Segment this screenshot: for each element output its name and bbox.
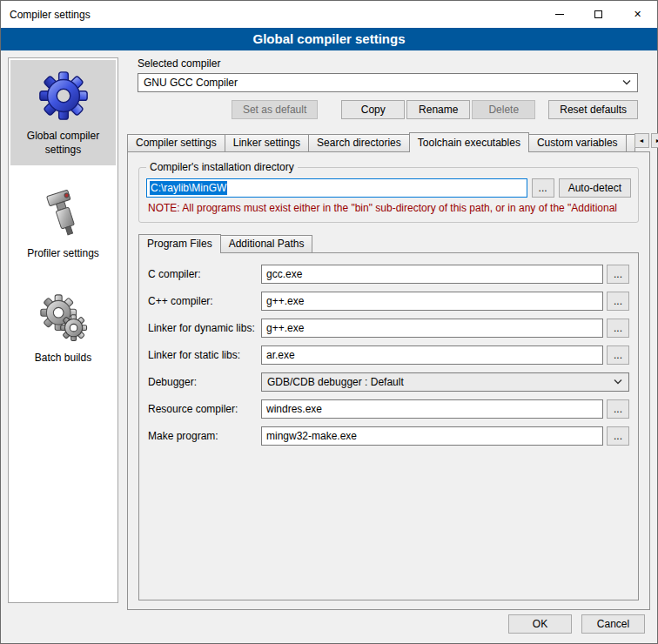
debugger-combobox[interactable]: GDB/CDB debugger : Default (261, 372, 629, 392)
dynamic-libs-linker-input[interactable] (261, 319, 603, 338)
titlebar: Compiler settings ✕ (1, 1, 657, 28)
field-row-c-compiler: C compiler: ... (148, 265, 629, 284)
toolchain-executables-panel: Compiler's installation directory C:\ray… (127, 151, 650, 610)
main-area: Global compiler settings Profiler se (1, 50, 657, 610)
sidebar-item-label: Batch builds (35, 352, 91, 366)
chevron-down-icon (622, 80, 631, 85)
profiler-icon (37, 186, 91, 240)
selected-compiler-value: GNU GCC Compiler (144, 77, 622, 89)
field-label: Linker for dynamic libs: (148, 322, 261, 334)
dialog-footer: OK Cancel (1, 610, 657, 643)
sidebar-item-profiler-settings[interactable]: Profiler settings (10, 178, 116, 270)
sidebar-item-label: Profiler settings (27, 247, 99, 261)
tab-scroll-left-button[interactable]: ◄ (634, 133, 649, 148)
settings-sidebar: Global compiler settings Profiler se (8, 57, 118, 603)
sidebar-item-label: Global compiler settings (12, 130, 114, 157)
field-label: C compiler: (148, 268, 261, 280)
browse-button[interactable]: ... (607, 319, 629, 338)
subtab-additional-paths[interactable]: Additional Paths (220, 235, 313, 252)
settings-tabbar: Compiler settings Linker settings Search… (127, 131, 650, 151)
cancel-button[interactable]: Cancel (581, 614, 645, 634)
c-compiler-input[interactable] (261, 265, 603, 284)
installation-directory-row: C:\raylib\MinGW ... Auto-detect (146, 178, 631, 198)
installation-directory-group: Compiler's installation directory C:\ray… (138, 167, 639, 223)
browse-button[interactable]: ... (607, 426, 629, 446)
browse-button[interactable]: ... (607, 345, 629, 365)
copy-button[interactable]: Copy (341, 100, 405, 119)
field-row-debugger: Debugger: GDB/CDB debugger : Default (148, 372, 629, 392)
browse-button[interactable]: ... (607, 292, 629, 311)
reset-defaults-button[interactable]: Reset defaults (548, 100, 638, 119)
close-icon: ✕ (634, 10, 641, 19)
browse-button[interactable]: ... (607, 265, 629, 284)
field-row-make-program: Make program: ... (148, 426, 629, 446)
tab-scroll-arrows: ◄ ► (634, 133, 658, 148)
ok-button[interactable]: OK (508, 614, 572, 634)
maximize-button[interactable] (579, 1, 618, 28)
close-button[interactable]: ✕ (618, 1, 657, 28)
installation-directory-input[interactable]: C:\raylib\MinGW (146, 178, 527, 198)
rename-button[interactable]: Rename (406, 100, 470, 119)
debugger-value: GDB/CDB debugger : Default (267, 376, 614, 388)
tab-custom-variables[interactable]: Custom variables (528, 134, 627, 151)
delete-button[interactable]: Delete (472, 100, 535, 119)
compiler-actions: Set as default Copy Rename Delete Reset … (138, 100, 638, 119)
tab-linker-settings[interactable]: Linker settings (225, 134, 309, 151)
auto-detect-button[interactable]: Auto-detect (559, 178, 631, 198)
tab-scroll-right-button[interactable]: ► (651, 133, 658, 148)
field-label: Resource compiler: (148, 403, 261, 415)
set-as-default-button[interactable]: Set as default (232, 100, 318, 119)
field-row-resource-compiler: Resource compiler: ... (148, 399, 629, 419)
window-controls: ✕ (540, 1, 657, 28)
sidebar-item-batch-builds[interactable]: Batch builds (10, 282, 116, 374)
browse-button[interactable]: ... (607, 399, 629, 419)
field-row-dynamic-linker: Linker for dynamic libs: ... (148, 319, 629, 338)
batch-builds-icon (37, 291, 91, 345)
tab-toolchain-executables[interactable]: Toolchain executables (409, 132, 529, 152)
field-label: Linker for static libs: (148, 349, 261, 361)
chevron-down-icon (614, 379, 622, 385)
installation-directory-group-title: Compiler's installation directory (146, 161, 298, 173)
resource-compiler-input[interactable] (261, 399, 603, 419)
static-libs-linker-input[interactable] (261, 345, 603, 365)
field-row-cpp-compiler: C++ compiler: ... (148, 292, 629, 311)
cpp-compiler-input[interactable] (261, 292, 603, 311)
maximize-icon (594, 10, 602, 18)
selected-compiler-label: Selected compiler (138, 57, 638, 70)
tab-compiler-settings[interactable]: Compiler settings (127, 134, 225, 151)
settings-content: Selected compiler GNU GCC Compiler Set a… (127, 57, 650, 610)
make-program-input[interactable] (261, 426, 603, 446)
browse-directory-button[interactable]: ... (532, 178, 554, 198)
note-text: NOTE: All programs must exist either in … (148, 202, 629, 214)
window-title: Compiler settings (1, 9, 540, 21)
subtab-program-files[interactable]: Program Files (138, 234, 221, 253)
toolchain-subtabs: Program Files Additional Paths (138, 233, 639, 252)
compiler-settings-dialog: Compiler settings ✕ Global compiler sett… (0, 0, 658, 644)
sidebar-item-global-compiler-settings[interactable]: Global compiler settings (10, 60, 116, 165)
selected-compiler-combobox[interactable]: GNU GCC Compiler (138, 73, 638, 92)
minimize-button[interactable] (540, 1, 579, 28)
field-row-static-linker: Linker for static libs: ... (148, 345, 629, 365)
field-label: C++ compiler: (148, 295, 261, 307)
dialog-header-title: Global compiler settings (1, 28, 657, 50)
compiler-gear-icon (37, 69, 91, 123)
program-files-panel: C compiler: ... C++ compiler: ... Linker… (138, 252, 639, 600)
installation-directory-value: C:\raylib\MinGW (150, 181, 227, 195)
field-label: Make program: (148, 430, 261, 442)
minimize-icon (555, 14, 564, 15)
field-label: Debugger: (148, 376, 261, 388)
tab-search-directories[interactable]: Search directories (308, 134, 410, 151)
